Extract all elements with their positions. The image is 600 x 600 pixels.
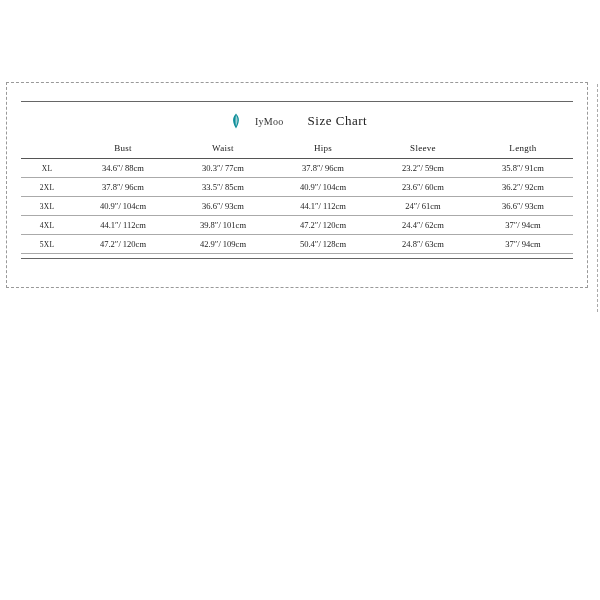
col-sleeve: Sleeve: [373, 138, 473, 159]
cell-hips: 40.9″/ 104cm: [273, 178, 373, 197]
chart-header: IyMoo Size Chart: [21, 108, 573, 138]
cell-hips: 47.2″/ 120cm: [273, 216, 373, 235]
col-bust: Bust: [73, 138, 173, 159]
size-chart-panel: IyMoo Size Chart Bust Waist Hips Sleeve …: [6, 82, 588, 288]
table-row: 2XL37.8″/ 96cm33.5″/ 85cm40.9″/ 104cm23.…: [21, 178, 573, 197]
cell-sleeve: 24.8″/ 63cm: [373, 235, 473, 254]
cell-size: 4XL: [21, 216, 73, 235]
cell-waist: 39.8″/ 101cm: [173, 216, 273, 235]
col-hips: Hips: [273, 138, 373, 159]
cell-size: 3XL: [21, 197, 73, 216]
size-chart-table: Bust Waist Hips Sleeve Length XL34.6″/ 8…: [21, 138, 573, 254]
cell-size: XL: [21, 159, 73, 178]
cell-bust: 34.6″/ 88cm: [73, 159, 173, 178]
table-row: XL34.6″/ 88cm30.3″/ 77cm37.8″/ 96cm23.2″…: [21, 159, 573, 178]
col-length: Length: [473, 138, 573, 159]
cell-length: 36.6″/ 93cm: [473, 197, 573, 216]
cell-size: 5XL: [21, 235, 73, 254]
cell-length: 36.2″/ 92cm: [473, 178, 573, 197]
cell-size: 2XL: [21, 178, 73, 197]
cell-hips: 44.1″/ 112cm: [273, 197, 373, 216]
table-header-row: Bust Waist Hips Sleeve Length: [21, 138, 573, 159]
cell-length: 37″/ 94cm: [473, 235, 573, 254]
table-row: 5XL47.2″/ 120cm42.9″/ 109cm50.4″/ 128cm2…: [21, 235, 573, 254]
cell-bust: 40.9″/ 104cm: [73, 197, 173, 216]
cell-bust: 47.2″/ 120cm: [73, 235, 173, 254]
panel-divider: [597, 84, 598, 312]
cell-waist: 30.3″/ 77cm: [173, 159, 273, 178]
cell-hips: 37.8″/ 96cm: [273, 159, 373, 178]
cell-waist: 42.9″/ 109cm: [173, 235, 273, 254]
table-row: 3XL40.9″/ 104cm36.6″/ 93cm44.1″/ 112cm24…: [21, 197, 573, 216]
brand-logo-icon: [227, 112, 245, 130]
cell-bust: 44.1″/ 112cm: [73, 216, 173, 235]
col-waist: Waist: [173, 138, 273, 159]
cell-waist: 33.5″/ 85cm: [173, 178, 273, 197]
cell-length: 37″/ 94cm: [473, 216, 573, 235]
cell-sleeve: 24″/ 61cm: [373, 197, 473, 216]
table-row: 4XL44.1″/ 112cm39.8″/ 101cm47.2″/ 120cm2…: [21, 216, 573, 235]
cell-sleeve: 23.6″/ 60cm: [373, 178, 473, 197]
cell-waist: 36.6″/ 93cm: [173, 197, 273, 216]
size-chart-card: IyMoo Size Chart Bust Waist Hips Sleeve …: [21, 101, 573, 259]
cell-length: 35.8″/ 91cm: [473, 159, 573, 178]
cell-bust: 37.8″/ 96cm: [73, 178, 173, 197]
cell-sleeve: 23.2″/ 59cm: [373, 159, 473, 178]
col-size: [21, 138, 73, 159]
cell-sleeve: 24.4″/ 62cm: [373, 216, 473, 235]
cell-hips: 50.4″/ 128cm: [273, 235, 373, 254]
brand-name: IyMoo: [255, 116, 284, 127]
chart-title: Size Chart: [308, 113, 368, 129]
